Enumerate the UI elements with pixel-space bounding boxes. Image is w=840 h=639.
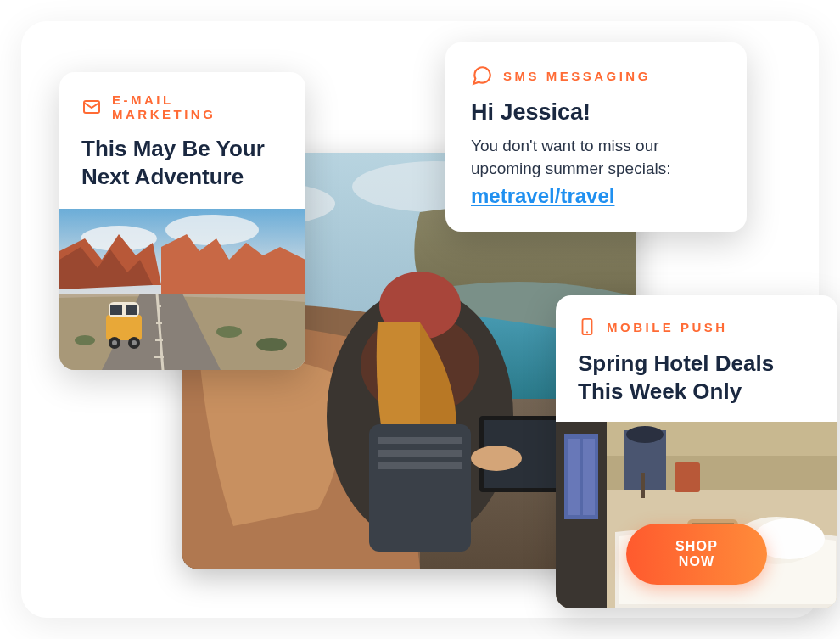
svg-point-19 [216, 326, 242, 338]
svg-rect-9 [378, 462, 462, 469]
marketing-showcase-container: E-MAIL MARKETING This May Be Your Next A… [21, 21, 819, 618]
card-header: E-MAIL MARKETING [59, 72, 305, 121]
email-icon [81, 97, 102, 117]
svg-point-27 [112, 340, 117, 345]
sms-card-link[interactable]: metravel/travel [471, 184, 614, 207]
mobile-card-title: Spring Hotel Deals This Week Only [556, 338, 837, 422]
email-card-image [59, 209, 305, 370]
svg-point-39 [626, 426, 664, 443]
mobile-push-card: MOBILE PUSH Spring Hotel Deals This Week… [556, 295, 837, 608]
svg-rect-36 [583, 439, 595, 515]
shop-now-button[interactable]: SHOP NOW [626, 524, 767, 585]
email-marketing-card: E-MAIL MARKETING This May Be Your Next A… [59, 72, 305, 370]
email-card-label: E-MAIL MARKETING [112, 92, 283, 121]
svg-rect-23 [110, 305, 122, 315]
card-header: SMS MESSAGING [471, 64, 721, 87]
sms-messaging-card: SMS MESSAGING Hi Jessica! You don't want… [445, 42, 747, 232]
svg-rect-21 [106, 315, 142, 340]
mobile-icon [578, 316, 596, 338]
svg-point-28 [132, 340, 137, 345]
sms-card-label: SMS MESSAGING [503, 69, 651, 83]
mobile-card-label: MOBILE PUSH [607, 320, 728, 334]
svg-point-12 [471, 446, 522, 471]
chat-icon [471, 64, 493, 87]
card-header: MOBILE PUSH [556, 295, 837, 338]
svg-rect-35 [568, 439, 580, 515]
svg-rect-8 [378, 450, 462, 457]
svg-rect-40 [641, 473, 645, 498]
mobile-card-image: SHOP NOW [556, 422, 837, 608]
svg-point-20 [256, 338, 287, 351]
svg-rect-7 [378, 437, 462, 444]
email-card-title: This May Be Your Next Adventure [59, 121, 305, 209]
sms-card-title: Hi Jessica! [471, 87, 721, 134]
svg-rect-45 [675, 462, 700, 492]
sms-card-body: You don't want to miss our upcoming summ… [471, 134, 721, 184]
svg-point-18 [75, 335, 95, 345]
svg-rect-24 [126, 305, 137, 315]
